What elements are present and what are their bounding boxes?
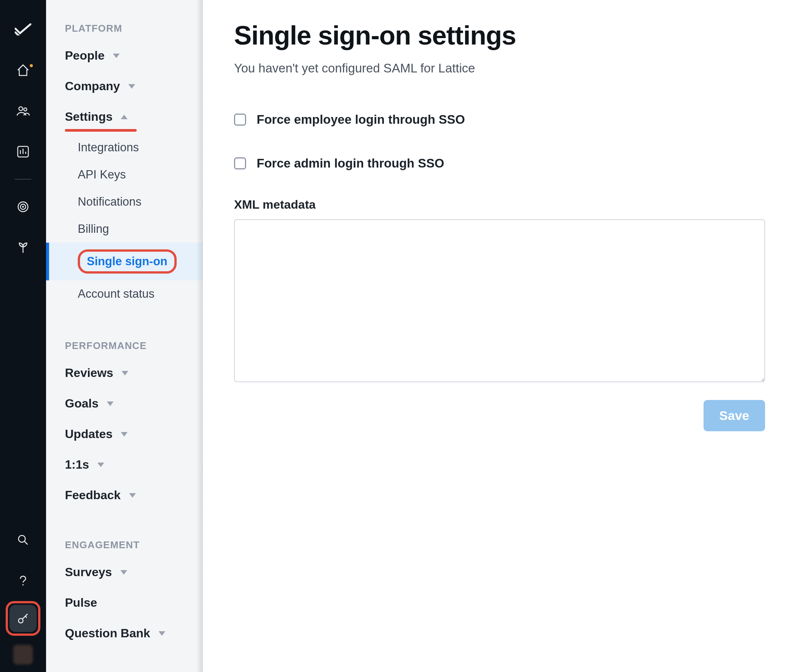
force-admin-label: Force admin login through SSO [257, 156, 444, 171]
help-icon[interactable] [12, 570, 34, 592]
lattice-logo-icon[interactable] [12, 18, 34, 41]
chevron-up-icon [121, 115, 128, 119]
chevron-down-icon [128, 84, 135, 89]
section-platform: PLATFORM [46, 17, 203, 40]
section-engagement: ENGAGEMENT [46, 533, 203, 557]
chevron-down-icon [129, 493, 136, 498]
sidebar-item-question-bank[interactable]: Question Bank [46, 618, 203, 649]
force-employee-label: Force employee login through SSO [257, 112, 465, 127]
people-icon[interactable] [12, 99, 34, 122]
sidebar-item-one-on-ones[interactable]: 1:1s [46, 450, 203, 480]
sidebar-subitem-sso[interactable]: Single sign-on [46, 243, 203, 280]
sidebar-item-label: Reviews [65, 366, 113, 380]
search-icon[interactable] [12, 529, 34, 551]
sidebar-item-people[interactable]: People [46, 40, 203, 71]
sidebar-item-label: Updates [65, 427, 112, 441]
sidebar-item-updates[interactable]: Updates [46, 419, 203, 450]
notification-dot [30, 64, 33, 67]
app-root: PLATFORM People Company Settings Integra… [0, 0, 793, 672]
chevron-down-icon [122, 371, 128, 376]
rail-divider [15, 179, 31, 179]
xml-metadata-label: XML metadata [234, 198, 765, 212]
settings-subitems: Integrations API Keys Notifications Bill… [46, 132, 203, 311]
chevron-down-icon [121, 432, 128, 437]
admin-key-annotation [6, 601, 40, 636]
main-content: Single sign-on settings You haven't yet … [203, 0, 793, 672]
key-icon[interactable] [10, 605, 37, 632]
save-button[interactable]: Save [703, 400, 765, 431]
section-performance: PERFORMANCE [46, 334, 203, 358]
sidebar-item-company[interactable]: Company [46, 71, 203, 101]
force-admin-checkbox[interactable] [234, 157, 246, 170]
sidebar-item-label: Feedback [65, 488, 121, 502]
page-title: Single sign-on settings [234, 20, 765, 51]
sidebar-subitem-billing[interactable]: Billing [46, 216, 203, 243]
force-employee-row: Force employee login through SSO [234, 104, 765, 148]
chevron-down-icon [98, 462, 104, 467]
sidebar-item-feedback[interactable]: Feedback [46, 480, 203, 510]
sidebar-item-surveys[interactable]: Surveys [46, 557, 203, 587]
sidebar-subitem-notifications[interactable]: Notifications [46, 188, 203, 216]
svg-point-0 [19, 107, 22, 110]
sidebar-item-pulse[interactable]: Pulse [46, 587, 203, 618]
sidebar-item-label: 1:1s [65, 458, 89, 472]
chart-icon[interactable] [12, 140, 34, 163]
chevron-down-icon [120, 570, 127, 574]
page-subtitle: You haven't yet configured SAML for Latt… [234, 61, 765, 75]
chevron-down-icon [113, 54, 120, 58]
rail-bottom [6, 520, 40, 664]
home-icon[interactable] [12, 59, 34, 82]
sidebar-item-settings[interactable]: Settings [46, 101, 203, 132]
sidebar-subitem-account-status[interactable]: Account status [46, 280, 203, 307]
sidebar-item-label: Surveys [65, 565, 112, 579]
force-admin-row: Force admin login through SSO [234, 148, 765, 192]
sidebar-item-label: Pulse [65, 596, 97, 610]
svg-point-7 [22, 584, 24, 586]
sidebar-item-goals[interactable]: Goals [46, 388, 203, 419]
svg-point-1 [24, 108, 27, 111]
chevron-down-icon [107, 402, 114, 406]
user-avatar[interactable] [13, 645, 33, 664]
save-row: Save [234, 400, 765, 431]
force-employee-checkbox[interactable] [234, 114, 246, 126]
sidebar-item-label: Settings [65, 110, 112, 124]
sidebar-item-label: Goals [65, 397, 99, 411]
sidebar-subitem-api-keys[interactable]: API Keys [46, 161, 203, 188]
nav-rail [0, 0, 46, 672]
svg-point-6 [19, 535, 25, 542]
xml-metadata-textarea[interactable] [234, 219, 765, 382]
sso-annotation-pill: Single sign-on [78, 250, 177, 274]
sidebar-item-label: Question Bank [65, 626, 150, 640]
svg-point-5 [22, 206, 23, 207]
sidebar: PLATFORM People Company Settings Integra… [46, 0, 203, 672]
target-icon[interactable] [12, 195, 34, 218]
sidebar-item-label: People [65, 49, 104, 62]
chevron-down-icon [159, 631, 165, 636]
sidebar-item-label: Company [65, 79, 120, 93]
settings-underline-annotation [65, 129, 137, 132]
grow-icon[interactable] [12, 236, 34, 259]
sidebar-subitem-integrations[interactable]: Integrations [46, 134, 203, 161]
sidebar-item-reviews[interactable]: Reviews [46, 358, 203, 388]
